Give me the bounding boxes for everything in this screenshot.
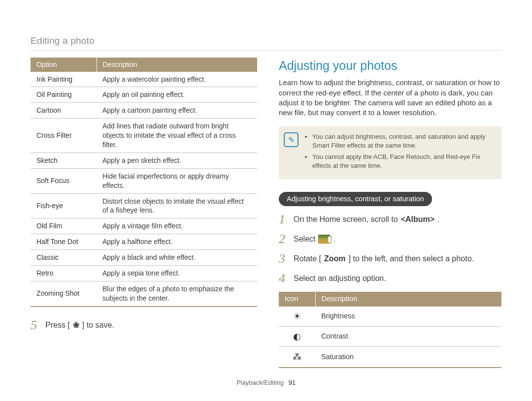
effect-desc: Apply a pen sketch effect.	[97, 153, 257, 168]
icons-th-icon: Icon	[279, 292, 315, 307]
step-5: 5 Press [ ❀ ] to save.	[31, 319, 257, 332]
effect-name: Classic	[31, 250, 97, 266]
effect-desc: Apply a vintage film effect.	[97, 218, 257, 234]
macro-icon: ❀	[73, 320, 79, 331]
table-row: Zooming ShotBlur the edges of a photo to…	[31, 281, 257, 306]
effect-name: Cross Filter	[31, 119, 97, 153]
effect-name: Sketch	[31, 153, 97, 168]
icon-table: Icon Description ☀ Brightness ◐ Contrast…	[279, 292, 501, 368]
effect-desc: Apply a watercolor painting effect.	[97, 72, 257, 87]
step-4: 4 Select an adjusting option.	[279, 272, 501, 285]
table-row: ClassicApply a black and white effect.	[31, 250, 257, 266]
table-row: RetroApply a sepia tone effect.	[31, 266, 257, 281]
effect-desc: Add lines that radiate outward from brig…	[97, 119, 257, 153]
effect-name: Ink Painting	[31, 72, 97, 87]
page-footer: Playback/Editing 91	[0, 378, 532, 387]
effect-desc: Hide facial imperfections or apply dream…	[97, 168, 257, 193]
effect-name: Retro	[31, 266, 97, 281]
effect-name: Fish-eye	[31, 193, 97, 218]
table-row: Cross FilterAdd lines that radiate outwa…	[31, 119, 257, 153]
section-heading: Adjusting your photos	[279, 58, 501, 74]
effect-name: Cartoon	[31, 103, 97, 119]
step-text-pre: Select	[294, 234, 315, 245]
table-row: CartoonApply a cartoon painting effect.	[31, 103, 257, 119]
note-item: You can adjust brightness, contrast, and…	[312, 132, 495, 150]
table-row: ◐ Contrast	[279, 327, 501, 347]
effect-name: Soft Focus	[31, 168, 97, 193]
effects-table: Option Description Ink PaintingApply a w…	[31, 58, 257, 307]
table-row: Ink PaintingApply a watercolor painting …	[31, 72, 257, 87]
step-text-pre: On the Home screen, scroll to	[294, 214, 398, 225]
note-box: ✎ You can adjust brightness, contrast, a…	[279, 126, 501, 179]
step-bold: Zoom	[324, 253, 346, 264]
effect-desc: Apply a black and white effect.	[97, 250, 257, 266]
step-1: 1 On the Home screen, scroll to <Album>.	[279, 213, 501, 226]
table-row: Old FilmApply a vintage film effect.	[31, 218, 257, 234]
icon-label: Contrast	[315, 327, 501, 347]
effect-name: Half Tone Dot	[31, 234, 97, 250]
step-number: 4	[279, 272, 288, 285]
step-number: 5	[31, 319, 39, 332]
step-text-pre: Rotate [	[294, 253, 321, 264]
table-row: Half Tone DotApply a halftone effect.	[31, 234, 257, 250]
table-row: ⁂ Saturation	[279, 347, 501, 368]
table-row: ☀ Brightness	[279, 307, 501, 327]
contrast-icon: ◐	[293, 332, 301, 341]
table-row: Soft FocusHide facial imperfections or a…	[31, 168, 257, 193]
icon-label: Brightness	[315, 307, 501, 327]
footer-page-number: 91	[289, 379, 296, 386]
step-text-post: ] to save.	[82, 320, 114, 331]
step-number: 1	[279, 213, 288, 226]
top-rule	[31, 50, 501, 51]
table-row: Oil PaintingApply an oil painting effect…	[31, 87, 257, 103]
note-item: You cannot apply the ACB, Face Retouch, …	[312, 153, 495, 170]
step-3: 3 Rotate [Zoom] to the left, and then se…	[279, 252, 501, 265]
step-text-post: .	[437, 214, 439, 225]
effect-desc: Apply a sepia tone effect.	[97, 266, 257, 281]
effect-name: Oil Painting	[31, 87, 97, 103]
step-number: 2	[279, 233, 288, 246]
effect-desc: Distort close objects to imitate the vis…	[97, 193, 257, 218]
step-text: Select an adjusting option.	[294, 273, 386, 284]
step-number: 3	[279, 252, 288, 265]
effect-desc: Blur the edges of a photo to emphasize t…	[97, 281, 257, 306]
step-text-post: .	[333, 234, 335, 245]
effect-desc: Apply a halftone effect.	[97, 234, 257, 250]
note-icon: ✎	[284, 132, 299, 147]
step-text-post: ] to the left, and then select a photo.	[349, 253, 474, 264]
table-row: SketchApply a pen sketch effect.	[31, 153, 257, 168]
table-row: Fish-eyeDistort close objects to imitate…	[31, 193, 257, 218]
brightness-icon: ☀	[293, 311, 301, 321]
icon-label: Saturation	[315, 347, 501, 368]
step-bold: <Album>	[401, 214, 434, 225]
step-2: 2 Select .	[279, 233, 501, 246]
effects-th-option: Option	[31, 58, 97, 72]
album-icon	[318, 235, 330, 244]
breadcrumb: Editing a photo	[31, 34, 501, 47]
footer-section: Playback/Editing	[236, 379, 284, 386]
saturation-icon: ⁂	[293, 352, 301, 362]
step-text-pre: Press [	[45, 320, 70, 331]
subsection-pill: Adjusting brightness, contrast, or satur…	[279, 192, 432, 207]
icons-th-description: Description	[315, 292, 501, 307]
effect-name: Old Film	[31, 218, 97, 234]
effect-desc: Apply an oil painting effect.	[97, 87, 257, 103]
effect-name: Zooming Shot	[31, 281, 97, 306]
effect-desc: Apply a cartoon painting effect.	[97, 103, 257, 119]
section-intro: Learn how to adjust the brightness, cont…	[279, 78, 501, 118]
effects-th-description: Description	[97, 58, 257, 72]
